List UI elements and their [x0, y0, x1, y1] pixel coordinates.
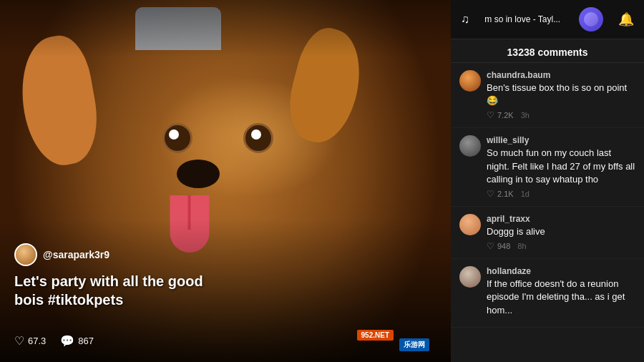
likes-stat[interactable]: ♡ 67.3 [14, 334, 46, 348]
avatar-dot [584, 12, 598, 26]
comments-count: 867 [78, 336, 94, 346]
comment-body: chaundra.baum Ben's tissue box tho is so… [487, 70, 635, 120]
video-panel: @sarapark3r9 Let's party with all the go… [0, 0, 451, 362]
comment-likes: 7.2K [497, 111, 514, 119]
comment-meta: ♡ 7.2K 3h [487, 110, 635, 120]
comment-time: 3h [521, 111, 530, 119]
comment-time: 8h [517, 242, 526, 250]
comment-time: 1d [521, 190, 530, 198]
like-icon[interactable]: ♡ [487, 189, 494, 199]
user-avatar-header[interactable] [579, 7, 603, 31]
music-text: m so in love - Tayl... [484, 14, 563, 24]
comments-count-row: 13238 comments [451, 39, 644, 63]
commenter-username[interactable]: hollandaze [487, 266, 635, 276]
commenter-avatar [459, 266, 481, 288]
comments-stat[interactable]: 💬 867 [60, 334, 94, 348]
commenter-username[interactable]: chaundra.baum [487, 70, 635, 80]
video-overlay-top [0, 0, 451, 57]
comment-text: So much fun on my couch last night. Felt… [487, 147, 635, 186]
comment-body: april_traxx Doggg is alive ♡ 948 8h [487, 214, 635, 251]
comment-body: hollandaze If the office doesn't do a re… [487, 266, 635, 320]
comment-text: Doggg is alive [487, 225, 635, 238]
comment-meta: ♡ 2.1K 1d [487, 189, 635, 199]
user-info: @sarapark3r9 Let's party with all the go… [14, 243, 215, 319]
comment-item: hollandaze If the office doesn't do a re… [451, 259, 644, 328]
comments-list[interactable]: chaundra.baum Ben's tissue box tho is so… [451, 63, 644, 362]
commenter-avatar [459, 70, 481, 92]
comments-panel: ♫ m so in love - Tayl... 🔔 13238 comment… [451, 0, 644, 362]
commenter-avatar [459, 135, 481, 157]
video-caption: Let's party with all the good bois #tikt… [14, 272, 215, 309]
heart-icon: ♡ [14, 334, 24, 348]
commenter-username[interactable]: april_traxx [487, 214, 635, 224]
watermark-1: 952.NET [357, 330, 394, 341]
comment-item: april_traxx Doggg is alive ♡ 948 8h [451, 207, 644, 259]
commenter-username[interactable]: willie_silly [487, 135, 635, 145]
comment-likes: 948 [497, 242, 510, 250]
music-note-icon: ♫ [461, 13, 469, 26]
watermark-2: 乐游网 [399, 338, 429, 351]
username[interactable]: @sarapark3r9 [43, 249, 109, 260]
bell-icon[interactable]: 🔔 [618, 11, 634, 27]
comment-item: chaundra.baum Ben's tissue box tho is so… [451, 63, 644, 128]
user-row: @sarapark3r9 [14, 243, 215, 266]
comment-text: Ben's tissue box tho is so on point 😂 [487, 82, 635, 107]
comment-likes: 2.1K [497, 190, 514, 198]
like-icon[interactable]: ♡ [487, 241, 494, 251]
comments-header: ♫ m so in love - Tayl... 🔔 [451, 0, 644, 39]
dog-nose [177, 160, 220, 188]
stats-row: ♡ 67.3 💬 867 [14, 334, 94, 348]
avatar [14, 243, 37, 266]
comment-meta: ♡ 948 8h [487, 241, 635, 251]
comment-text: If the office doesn't do a reunion episo… [487, 278, 635, 317]
dog-eye-right [243, 123, 273, 153]
commenter-avatar [459, 214, 481, 235]
dog-eye-left [162, 123, 192, 153]
comments-total: 13238 comments [461, 47, 634, 58]
comment-item: willie_silly So much fun on my couch las… [451, 128, 644, 207]
comment-icon: 💬 [60, 334, 74, 348]
likes-count: 67.3 [28, 336, 46, 346]
comment-body: willie_silly So much fun on my couch las… [487, 135, 635, 199]
like-icon[interactable]: ♡ [487, 110, 494, 120]
